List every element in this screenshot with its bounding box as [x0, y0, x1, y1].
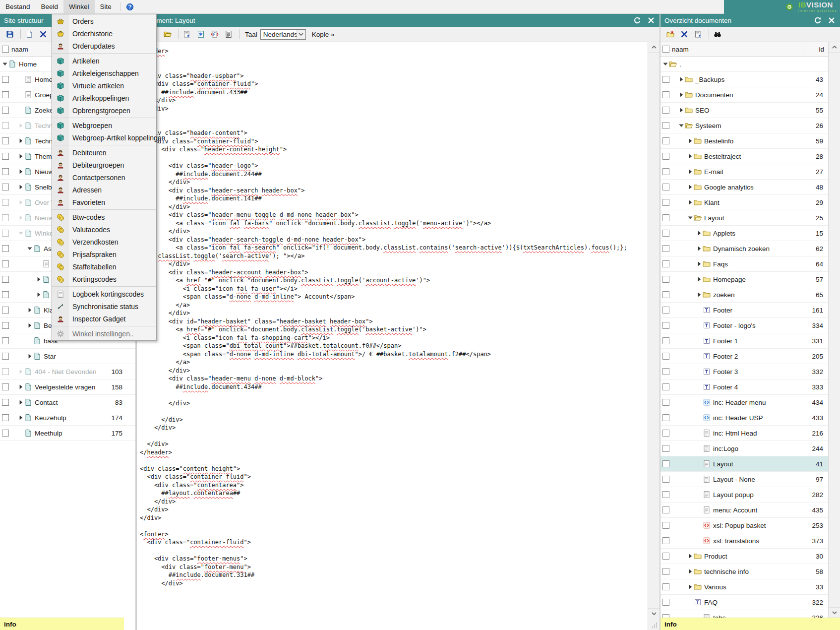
scroll-up-icon[interactable]	[829, 42, 840, 53]
row-checkbox[interactable]	[662, 614, 669, 618]
menu-item-orders[interactable]: Orders	[52, 15, 156, 27]
row-checkbox[interactable]	[2, 107, 9, 114]
row-checkbox[interactable]	[662, 122, 669, 129]
close-icon[interactable]	[826, 15, 837, 25]
row-checkbox[interactable]	[662, 153, 669, 160]
row-checkbox[interactable]	[662, 491, 669, 498]
tree-row-google-analytics[interactable]: Google analytics48	[660, 180, 828, 195]
row-checkbox[interactable]	[662, 568, 669, 575]
tree-row-keuzehulp[interactable]: Keuzehulp174	[0, 410, 135, 426]
save-icon[interactable]	[4, 28, 16, 40]
menu-item-inspector-gadget[interactable]: Inspector Gadget	[52, 313, 156, 325]
tree-row-footer-4[interactable]: Footer 4333	[660, 379, 828, 395]
row-checkbox[interactable]	[2, 337, 9, 344]
tree-row-besteltraject[interactable]: Besteltraject28	[660, 149, 828, 164]
row-checkbox[interactable]	[2, 399, 9, 406]
tree-row-veelgestelde-vragen[interactable]: Veelgestelde vragen158	[0, 379, 135, 395]
tree-row-layout[interactable]: Layout41	[660, 456, 828, 472]
row-checkbox[interactable]	[662, 322, 669, 329]
row-checkbox[interactable]	[2, 214, 9, 221]
row-checkbox[interactable]	[662, 583, 669, 590]
row-checkbox[interactable]	[662, 353, 669, 360]
row-checkbox[interactable]	[662, 337, 669, 344]
row-checkbox[interactable]	[2, 383, 9, 390]
tree-row-404-niet-gevonden[interactable]: 404 - Niet Gevonden103	[0, 364, 135, 379]
tree-row-product[interactable]: Product30	[660, 549, 828, 564]
tree-row-footer-1[interactable]: Footer 1331	[660, 333, 828, 349]
newfolder-icon[interactable]	[664, 28, 676, 40]
menu-item-winkel-instellingen[interactable]: Winkel instellingen..	[52, 327, 156, 340]
scroll-down-icon[interactable]	[829, 607, 840, 618]
tree-row-klant[interactable]: Klant29	[660, 195, 828, 210]
row-checkbox[interactable]	[2, 368, 9, 375]
row-checkbox[interactable]	[662, 199, 669, 206]
menu-item-debiteurgroepen[interactable]: Debiteurgroepen	[52, 159, 156, 171]
row-checkbox[interactable]	[662, 307, 669, 314]
delete-icon[interactable]	[678, 28, 690, 40]
menu-item-synchronisatie-status[interactable]: Synchronisatie status	[52, 300, 156, 313]
row-checkbox[interactable]	[662, 476, 669, 483]
menu-item-artikelkoppelingen[interactable]: Artikelkoppelingen	[52, 92, 156, 104]
menu-item-virtuele-artikelen[interactable]: Virtuele artikelen	[52, 79, 156, 92]
menu-item-artikelen[interactable]: Artikelen	[52, 55, 156, 67]
newdoc-icon[interactable]	[23, 28, 35, 40]
row-checkbox[interactable]	[2, 353, 9, 360]
tree-row-bestelinfo[interactable]: Bestelinfo59	[660, 133, 828, 149]
code-editor[interactable]: <header> <div class="header-uspbar"> <di…	[137, 42, 648, 587]
tree-row-documenten[interactable]: Documenten24	[660, 87, 828, 103]
tree-row-menu-account[interactable]: menu: Account435	[660, 503, 828, 518]
documents-scrollbar[interactable]	[828, 42, 840, 618]
row-checkbox[interactable]	[2, 414, 9, 421]
scroll-up-icon[interactable]	[648, 42, 660, 53]
tree-row-faq[interactable]: FAQ322	[660, 595, 828, 610]
menu-item-prijsafspraken[interactable]: Prijsafspraken	[52, 248, 156, 260]
tree-row-root[interactable]: .	[660, 57, 828, 72]
resize-grip[interactable]	[650, 621, 659, 630]
menu-item-contactpersonen[interactable]: Contactpersonen	[52, 171, 156, 184]
row-checkbox[interactable]	[662, 168, 669, 175]
row-checkbox[interactable]	[662, 368, 669, 375]
row-checkbox[interactable]	[662, 107, 669, 114]
row-checkbox[interactable]	[662, 76, 669, 83]
fdoc-icon[interactable]	[209, 28, 221, 40]
row-checkbox[interactable]	[662, 137, 669, 144]
row-checkbox[interactable]	[2, 199, 9, 206]
row-checkbox[interactable]	[662, 245, 669, 252]
tree-row-backups[interactable]: _Backups43	[660, 72, 828, 87]
tree-row-star[interactable]: Star	[0, 349, 135, 364]
editor-scrollbar[interactable]	[648, 42, 660, 630]
menu-item-staffeltabellen[interactable]: Staffeltabellen	[52, 260, 156, 273]
refresh-icon[interactable]	[632, 15, 643, 25]
tree-row-footer-logo-s[interactable]: Footer - logo's334	[660, 318, 828, 333]
row-checkbox[interactable]	[662, 430, 669, 437]
properties-icon[interactable]	[181, 28, 193, 40]
tree-row-tabs[interactable]: tabs326	[660, 610, 828, 618]
close-icon[interactable]	[646, 15, 657, 25]
row-checkbox[interactable]	[2, 260, 9, 267]
menu-item-orderupdates[interactable]: Orderupdates	[52, 40, 156, 52]
tree-row-inc-header-usp[interactable]: inc: Header USP433	[660, 410, 828, 426]
properties-icon[interactable]	[692, 28, 704, 40]
menu-item-orderhistorie[interactable]: Orderhistorie	[52, 27, 156, 40]
tree-row-seo[interactable]: SEO55	[660, 103, 828, 118]
row-checkbox[interactable]	[2, 291, 9, 298]
tree-row-footer-3[interactable]: Footer 3332	[660, 364, 828, 379]
row-checkbox[interactable]	[662, 214, 669, 221]
binoculars-icon[interactable]	[712, 28, 723, 40]
row-checkbox[interactable]	[662, 522, 669, 529]
menu-item-btw-codes[interactable]: Btw-codes	[52, 211, 156, 223]
row-checkbox[interactable]	[662, 537, 669, 544]
row-checkbox[interactable]	[662, 276, 669, 283]
menu-winkel[interactable]: Winkel	[63, 0, 95, 13]
tree-row-zoeken[interactable]: zoeken65	[660, 287, 828, 303]
menu-item-adressen[interactable]: Adressen	[52, 184, 156, 196]
row-checkbox[interactable]	[662, 184, 669, 190]
tree-row-inc-html-head[interactable]: inc: Html Head216	[660, 426, 828, 441]
menu-item-webgroepen[interactable]: Webgroepen	[52, 119, 156, 131]
row-checkbox[interactable]	[662, 414, 669, 421]
scroll-down-icon[interactable]	[648, 608, 660, 619]
row-checkbox[interactable]	[2, 230, 9, 237]
tree-row-inc-header-menu[interactable]: inc: Header menu434	[660, 395, 828, 410]
row-checkbox[interactable]	[2, 245, 9, 252]
refresh-icon[interactable]	[812, 15, 823, 25]
